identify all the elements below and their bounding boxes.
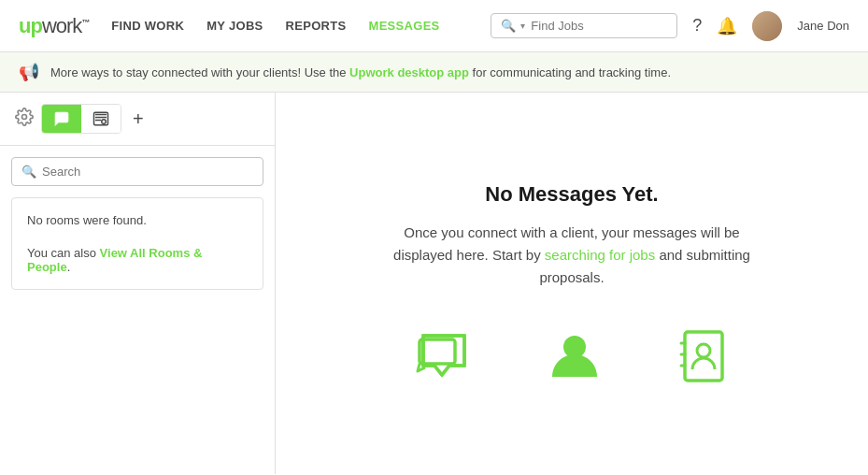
banner-speaker-icon: 📢 — [19, 62, 39, 82]
username-label: Jane Don — [797, 19, 849, 33]
banner-text-before: More ways to stay connected with your cl… — [50, 65, 349, 79]
nav-messages[interactable]: MESSAGES — [369, 19, 440, 33]
search-bar[interactable]: 🔍 ▾ — [491, 13, 677, 38]
chat-icon — [416, 328, 472, 384]
sidebar-icon-group — [41, 104, 121, 134]
search-dropdown-arrow: ▾ — [520, 21, 525, 31]
logo[interactable]: upwork™ — [19, 14, 89, 38]
nav-my-jobs[interactable]: MY JOBS — [206, 19, 263, 33]
svg-point-0 — [22, 114, 27, 119]
avatar[interactable] — [752, 11, 782, 41]
sidebar-contacts-btn[interactable] — [81, 105, 121, 133]
sidebar-search-input[interactable] — [42, 165, 253, 179]
nav-reports[interactable]: REPORTS — [286, 19, 347, 33]
main-content: No Messages Yet. Once you connect with a… — [276, 93, 868, 474]
sidebar-search-icon: 🔍 — [21, 165, 36, 179]
navbar: upwork™ FIND WORK MY JOBS REPORTS MESSAG… — [0, 0, 868, 52]
search-input[interactable] — [531, 19, 662, 33]
banner-text-after: for communicating and tracking time. — [469, 65, 671, 79]
nav-links: FIND WORK MY JOBS REPORTS MESSAGES — [111, 19, 491, 33]
banner-link[interactable]: Upwork desktop app — [349, 65, 469, 79]
help-icon[interactable]: ? — [692, 16, 702, 36]
banner-text: More ways to stay connected with your cl… — [50, 65, 671, 79]
no-messages-title: No Messages Yet. — [485, 182, 658, 207]
sidebar-empty-box: No rooms were found. You can also View A… — [11, 197, 263, 290]
settings-icon[interactable] — [15, 108, 34, 131]
banner: 📢 More ways to stay connected with your … — [0, 52, 868, 93]
add-room-button[interactable]: + — [133, 108, 144, 130]
search-icon: 🔍 — [501, 19, 516, 33]
view-all-prefix: You can also — [27, 246, 100, 260]
nav-find-work[interactable]: FIND WORK — [111, 19, 184, 33]
sidebar: + 🔍 No rooms were found. You can also Vi… — [0, 93, 276, 474]
sidebar-search[interactable]: 🔍 — [11, 157, 263, 186]
nav-icons: ? 🔔 Jane Don — [692, 11, 849, 41]
logo-text: upwork™ — [19, 14, 89, 38]
notifications-icon[interactable]: 🔔 — [717, 16, 737, 36]
searching-jobs-link[interactable]: searching for jobs — [545, 247, 655, 263]
person-icon — [547, 328, 603, 384]
sidebar-toolbar: + — [0, 93, 275, 146]
sidebar-chat-btn[interactable] — [42, 105, 81, 133]
avatar-image — [752, 11, 782, 41]
svg-point-2 — [102, 120, 107, 124]
no-rooms-text: No rooms were found. — [27, 213, 248, 227]
bottom-icons-row — [416, 328, 729, 384]
no-messages-desc: Once you connect with a client, your mes… — [376, 222, 768, 289]
contacts-icon — [677, 328, 729, 384]
svg-point-9 — [697, 344, 710, 357]
main-layout: + 🔍 No rooms were found. You can also Vi… — [0, 93, 868, 474]
view-all-suffix: . — [67, 260, 71, 274]
view-all-text: You can also View All Rooms & People. — [27, 246, 248, 274]
